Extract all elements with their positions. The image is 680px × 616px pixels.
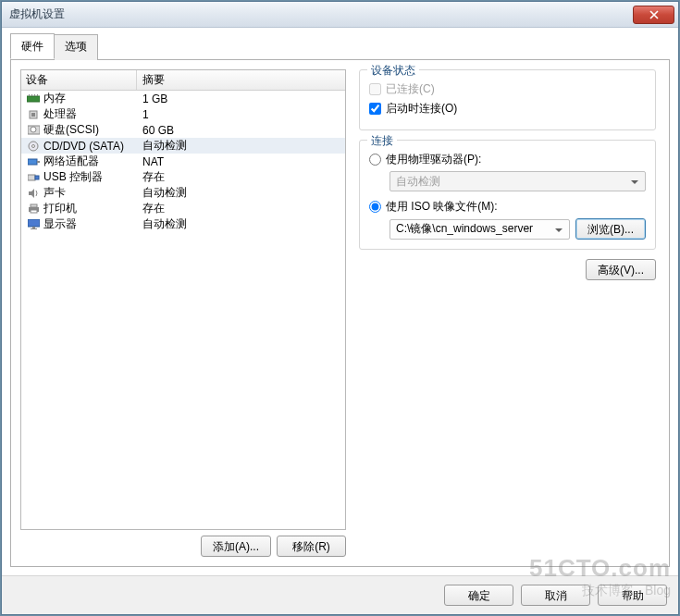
device-status-title: 设备状态 bbox=[367, 63, 419, 79]
tab-hardware[interactable]: 硬件 bbox=[10, 33, 55, 59]
help-button[interactable]: 帮助 bbox=[598, 585, 667, 606]
sound-icon bbox=[26, 187, 41, 200]
browse-button[interactable]: 浏览(B)... bbox=[575, 218, 646, 240]
content-area: 硬件 选项 设备 摘要 内存1 GB处理器1硬盘(SCSI)60 GBCD/DV… bbox=[2, 28, 678, 575]
svg-rect-14 bbox=[35, 176, 39, 179]
cd-icon bbox=[26, 140, 41, 153]
advanced-button[interactable]: 高级(V)... bbox=[586, 259, 656, 280]
hardware-row-cpu[interactable]: 处理器1 bbox=[21, 106, 345, 122]
hardware-row-value: 1 GB bbox=[137, 92, 167, 105]
hardware-row-printer[interactable]: 打印机存在 bbox=[21, 201, 345, 216]
hardware-row-name: 内存 bbox=[43, 91, 137, 106]
iso-path-combo[interactable]: C:\镜像\cn_windows_server bbox=[389, 219, 570, 240]
svg-rect-4 bbox=[37, 94, 38, 96]
cpu-icon bbox=[26, 108, 41, 121]
titlebar: 虚拟机设置 bbox=[2, 2, 678, 28]
net-icon bbox=[26, 155, 41, 168]
remove-button[interactable]: 移除(R) bbox=[277, 536, 346, 557]
iso-file-label: 使用 ISO 映像文件(M): bbox=[386, 199, 498, 215]
hardware-row-name: 处理器 bbox=[43, 106, 137, 122]
hardware-row-name: CD/DVD (SATA) bbox=[43, 140, 137, 153]
hardware-row-value: 60 GB bbox=[137, 124, 174, 137]
hardware-row-value: NAT bbox=[137, 155, 164, 168]
printer-icon bbox=[26, 203, 41, 216]
physical-drive-combo: 自动检测 bbox=[389, 171, 646, 191]
window-title: 虚拟机设置 bbox=[9, 6, 633, 22]
hardware-row-net[interactable]: 网络适配器NAT bbox=[21, 154, 345, 169]
ok-button[interactable]: 确定 bbox=[444, 585, 513, 606]
connect-on-start-row[interactable]: 启动时连接(O) bbox=[369, 101, 646, 117]
close-button[interactable] bbox=[633, 6, 674, 24]
svg-rect-11 bbox=[28, 159, 37, 165]
connect-on-start-label: 启动时连接(O) bbox=[386, 101, 457, 117]
hardware-row-name: USB 控制器 bbox=[43, 169, 137, 185]
usb-icon bbox=[26, 171, 41, 184]
physical-drive-controls: 自动检测 bbox=[389, 171, 646, 191]
connection-title: 连接 bbox=[367, 133, 397, 149]
hardware-row-cd[interactable]: CD/DVD (SATA)自动检测 bbox=[21, 138, 345, 154]
hardware-row-name: 网络适配器 bbox=[43, 154, 137, 169]
cancel-button[interactable]: 取消 bbox=[521, 585, 590, 606]
svg-rect-20 bbox=[31, 228, 37, 229]
hardware-row-hdd[interactable]: 硬盘(SCSI)60 GB bbox=[21, 122, 345, 138]
hardware-row-name: 打印机 bbox=[43, 201, 137, 216]
hardware-row-value: 自动检测 bbox=[137, 216, 187, 232]
hardware-row-name: 硬盘(SCSI) bbox=[43, 122, 137, 138]
physical-drive-value: 自动检测 bbox=[396, 174, 440, 190]
svg-rect-1 bbox=[29, 94, 30, 96]
svg-rect-19 bbox=[32, 227, 35, 228]
svg-rect-16 bbox=[31, 204, 37, 207]
iso-file-row[interactable]: 使用 ISO 映像文件(M): bbox=[369, 199, 646, 215]
svg-rect-3 bbox=[34, 94, 35, 96]
hardware-right-column: 设备状态 已连接(C) 启动时连接(O) 连接 使用物理驱动器(P): bbox=[355, 69, 660, 557]
hardware-left-column: 设备 摘要 内存1 GB处理器1硬盘(SCSI)60 GBCD/DVD (SAT… bbox=[20, 69, 346, 557]
hardware-row-name: 显示器 bbox=[43, 216, 137, 232]
connected-checkbox-row: 已连接(C) bbox=[369, 81, 646, 97]
hardware-row-value: 存在 bbox=[137, 169, 165, 185]
display-icon bbox=[26, 218, 41, 231]
memory-icon bbox=[26, 92, 41, 105]
hardware-actions: 添加(A)... 移除(R) bbox=[20, 536, 346, 557]
svg-point-8 bbox=[31, 127, 36, 132]
device-status-group: 设备状态 已连接(C) 启动时连接(O) bbox=[359, 69, 656, 130]
hardware-panel: 设备 摘要 内存1 GB处理器1硬盘(SCSI)60 GBCD/DVD (SAT… bbox=[10, 59, 670, 567]
hardware-row-usb[interactable]: USB 控制器存在 bbox=[21, 169, 345, 185]
svg-rect-2 bbox=[31, 94, 32, 96]
hardware-list-header: 设备 摘要 bbox=[21, 70, 345, 91]
iso-file-radio[interactable] bbox=[369, 201, 381, 213]
hardware-row-sound[interactable]: 声卡自动检测 bbox=[21, 185, 345, 201]
iso-file-controls: C:\镜像\cn_windows_server 浏览(B)... bbox=[389, 218, 646, 240]
svg-rect-12 bbox=[37, 161, 40, 163]
hardware-row-value: 存在 bbox=[137, 201, 165, 216]
col-device[interactable]: 设备 bbox=[21, 70, 137, 90]
svg-rect-17 bbox=[31, 210, 37, 213]
tab-options[interactable]: 选项 bbox=[54, 34, 98, 60]
close-icon bbox=[649, 10, 659, 19]
connected-label: 已连接(C) bbox=[386, 81, 435, 97]
tab-bar: 硬件 选项 bbox=[10, 33, 670, 60]
hardware-list-body: 内存1 GB处理器1硬盘(SCSI)60 GBCD/DVD (SATA)自动检测… bbox=[21, 91, 345, 232]
physical-drive-radio[interactable] bbox=[369, 154, 381, 166]
hardware-row-value: 自动检测 bbox=[137, 138, 187, 154]
hardware-list: 设备 摘要 内存1 GB处理器1硬盘(SCSI)60 GBCD/DVD (SAT… bbox=[20, 69, 346, 530]
svg-rect-13 bbox=[28, 175, 35, 180]
svg-rect-6 bbox=[31, 113, 35, 117]
iso-path-value: C:\镜像\cn_windows_server bbox=[396, 221, 533, 237]
vm-settings-window: 虚拟机设置 硬件 选项 设备 摘要 内存1 GB处理器1硬盘(SCSI)60 G… bbox=[1, 1, 679, 615]
add-button[interactable]: 添加(A)... bbox=[201, 536, 271, 557]
physical-drive-label: 使用物理驱动器(P): bbox=[386, 152, 481, 167]
hdd-icon bbox=[26, 124, 41, 137]
hardware-row-name: 声卡 bbox=[43, 185, 137, 201]
connection-group: 连接 使用物理驱动器(P): 自动检测 使用 ISO 映像文件(M): bbox=[359, 140, 656, 250]
hardware-row-value: 自动检测 bbox=[137, 185, 187, 201]
svg-point-10 bbox=[32, 144, 35, 147]
right-actions: 高级(V)... bbox=[359, 259, 656, 280]
hardware-row-value: 1 bbox=[137, 108, 149, 121]
physical-drive-row[interactable]: 使用物理驱动器(P): bbox=[369, 152, 646, 167]
svg-rect-18 bbox=[28, 219, 40, 227]
hardware-row-memory[interactable]: 内存1 GB bbox=[21, 91, 345, 106]
connected-checkbox bbox=[369, 83, 381, 95]
hardware-row-display[interactable]: 显示器自动检测 bbox=[21, 216, 345, 232]
connect-on-start-checkbox[interactable] bbox=[369, 103, 381, 115]
col-summary[interactable]: 摘要 bbox=[137, 72, 345, 88]
